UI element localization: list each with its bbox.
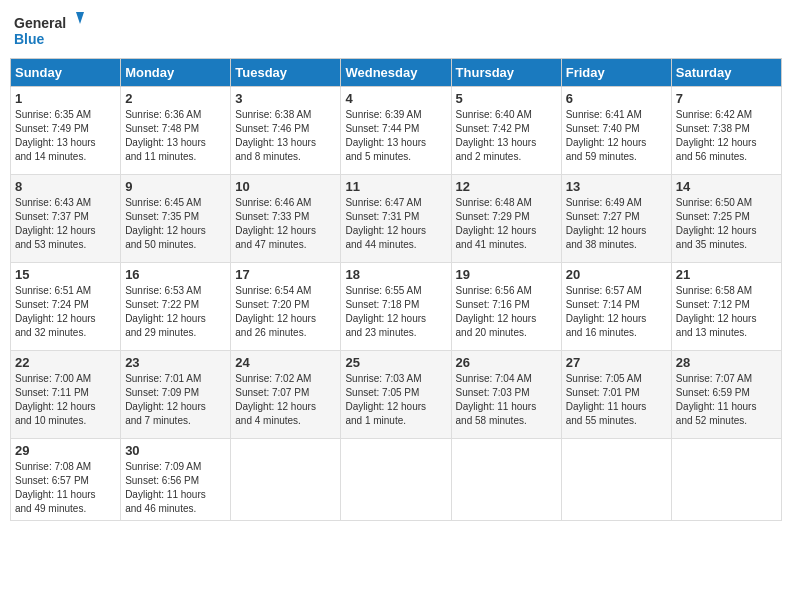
header-cell-sunday: Sunday	[11, 59, 121, 87]
calendar-cell: 29Sunrise: 7:08 AMSunset: 6:57 PMDayligh…	[11, 439, 121, 521]
calendar-cell: 2Sunrise: 6:36 AMSunset: 7:48 PMDaylight…	[121, 87, 231, 175]
header-cell-saturday: Saturday	[671, 59, 781, 87]
calendar-cell: 15Sunrise: 6:51 AMSunset: 7:24 PMDayligh…	[11, 263, 121, 351]
cell-text: Sunrise: 6:55 AMSunset: 7:18 PMDaylight:…	[345, 284, 446, 340]
cell-text: Sunrise: 6:50 AMSunset: 7:25 PMDaylight:…	[676, 196, 777, 252]
header-row: SundayMondayTuesdayWednesdayThursdayFrid…	[11, 59, 782, 87]
cell-text: Sunrise: 7:08 AMSunset: 6:57 PMDaylight:…	[15, 460, 116, 516]
calendar-cell: 12Sunrise: 6:48 AMSunset: 7:29 PMDayligh…	[451, 175, 561, 263]
calendar-body: 1Sunrise: 6:35 AMSunset: 7:49 PMDaylight…	[11, 87, 782, 521]
day-number: 27	[566, 355, 667, 370]
cell-text: Sunrise: 6:46 AMSunset: 7:33 PMDaylight:…	[235, 196, 336, 252]
cell-text: Sunrise: 6:58 AMSunset: 7:12 PMDaylight:…	[676, 284, 777, 340]
calendar-cell: 13Sunrise: 6:49 AMSunset: 7:27 PMDayligh…	[561, 175, 671, 263]
header-cell-monday: Monday	[121, 59, 231, 87]
calendar-cell: 20Sunrise: 6:57 AMSunset: 7:14 PMDayligh…	[561, 263, 671, 351]
header-cell-tuesday: Tuesday	[231, 59, 341, 87]
calendar-cell: 6Sunrise: 6:41 AMSunset: 7:40 PMDaylight…	[561, 87, 671, 175]
calendar-cell: 16Sunrise: 6:53 AMSunset: 7:22 PMDayligh…	[121, 263, 231, 351]
day-number: 21	[676, 267, 777, 282]
calendar-cell: 11Sunrise: 6:47 AMSunset: 7:31 PMDayligh…	[341, 175, 451, 263]
calendar-cell: 1Sunrise: 6:35 AMSunset: 7:49 PMDaylight…	[11, 87, 121, 175]
calendar-cell: 24Sunrise: 7:02 AMSunset: 7:07 PMDayligh…	[231, 351, 341, 439]
header-cell-friday: Friday	[561, 59, 671, 87]
day-number: 10	[235, 179, 336, 194]
cell-text: Sunrise: 7:04 AMSunset: 7:03 PMDaylight:…	[456, 372, 557, 428]
cell-text: Sunrise: 6:36 AMSunset: 7:48 PMDaylight:…	[125, 108, 226, 164]
calendar-cell: 18Sunrise: 6:55 AMSunset: 7:18 PMDayligh…	[341, 263, 451, 351]
calendar-cell: 23Sunrise: 7:01 AMSunset: 7:09 PMDayligh…	[121, 351, 231, 439]
week-row-1: 1Sunrise: 6:35 AMSunset: 7:49 PMDaylight…	[11, 87, 782, 175]
svg-text:Blue: Blue	[14, 31, 45, 47]
calendar-cell: 7Sunrise: 6:42 AMSunset: 7:38 PMDaylight…	[671, 87, 781, 175]
calendar-cell: 19Sunrise: 6:56 AMSunset: 7:16 PMDayligh…	[451, 263, 561, 351]
day-number: 24	[235, 355, 336, 370]
cell-text: Sunrise: 6:35 AMSunset: 7:49 PMDaylight:…	[15, 108, 116, 164]
svg-text:General: General	[14, 15, 66, 31]
cell-text: Sunrise: 6:56 AMSunset: 7:16 PMDaylight:…	[456, 284, 557, 340]
day-number: 4	[345, 91, 446, 106]
calendar-cell: 27Sunrise: 7:05 AMSunset: 7:01 PMDayligh…	[561, 351, 671, 439]
calendar-cell: 5Sunrise: 6:40 AMSunset: 7:42 PMDaylight…	[451, 87, 561, 175]
header-cell-thursday: Thursday	[451, 59, 561, 87]
cell-text: Sunrise: 6:39 AMSunset: 7:44 PMDaylight:…	[345, 108, 446, 164]
cell-text: Sunrise: 6:57 AMSunset: 7:14 PMDaylight:…	[566, 284, 667, 340]
day-number: 22	[15, 355, 116, 370]
cell-text: Sunrise: 7:05 AMSunset: 7:01 PMDaylight:…	[566, 372, 667, 428]
calendar-header: SundayMondayTuesdayWednesdayThursdayFrid…	[11, 59, 782, 87]
cell-text: Sunrise: 7:02 AMSunset: 7:07 PMDaylight:…	[235, 372, 336, 428]
day-number: 17	[235, 267, 336, 282]
cell-text: Sunrise: 6:49 AMSunset: 7:27 PMDaylight:…	[566, 196, 667, 252]
week-row-4: 22Sunrise: 7:00 AMSunset: 7:11 PMDayligh…	[11, 351, 782, 439]
cell-text: Sunrise: 6:47 AMSunset: 7:31 PMDaylight:…	[345, 196, 446, 252]
cell-text: Sunrise: 7:03 AMSunset: 7:05 PMDaylight:…	[345, 372, 446, 428]
day-number: 16	[125, 267, 226, 282]
calendar-cell: 10Sunrise: 6:46 AMSunset: 7:33 PMDayligh…	[231, 175, 341, 263]
week-row-3: 15Sunrise: 6:51 AMSunset: 7:24 PMDayligh…	[11, 263, 782, 351]
calendar-cell: 26Sunrise: 7:04 AMSunset: 7:03 PMDayligh…	[451, 351, 561, 439]
day-number: 15	[15, 267, 116, 282]
calendar-table: SundayMondayTuesdayWednesdayThursdayFrid…	[10, 58, 782, 521]
calendar-cell: 9Sunrise: 6:45 AMSunset: 7:35 PMDaylight…	[121, 175, 231, 263]
calendar-cell	[231, 439, 341, 521]
calendar-cell: 25Sunrise: 7:03 AMSunset: 7:05 PMDayligh…	[341, 351, 451, 439]
cell-text: Sunrise: 7:00 AMSunset: 7:11 PMDaylight:…	[15, 372, 116, 428]
day-number: 11	[345, 179, 446, 194]
day-number: 25	[345, 355, 446, 370]
day-number: 28	[676, 355, 777, 370]
week-row-5: 29Sunrise: 7:08 AMSunset: 6:57 PMDayligh…	[11, 439, 782, 521]
day-number: 29	[15, 443, 116, 458]
cell-text: Sunrise: 6:41 AMSunset: 7:40 PMDaylight:…	[566, 108, 667, 164]
cell-text: Sunrise: 6:53 AMSunset: 7:22 PMDaylight:…	[125, 284, 226, 340]
day-number: 12	[456, 179, 557, 194]
cell-text: Sunrise: 7:09 AMSunset: 6:56 PMDaylight:…	[125, 460, 226, 516]
cell-text: Sunrise: 6:38 AMSunset: 7:46 PMDaylight:…	[235, 108, 336, 164]
svg-marker-2	[76, 12, 84, 24]
cell-text: Sunrise: 6:45 AMSunset: 7:35 PMDaylight:…	[125, 196, 226, 252]
day-number: 23	[125, 355, 226, 370]
cell-text: Sunrise: 6:40 AMSunset: 7:42 PMDaylight:…	[456, 108, 557, 164]
calendar-cell: 17Sunrise: 6:54 AMSunset: 7:20 PMDayligh…	[231, 263, 341, 351]
day-number: 1	[15, 91, 116, 106]
day-number: 8	[15, 179, 116, 194]
calendar-cell	[451, 439, 561, 521]
calendar-cell: 22Sunrise: 7:00 AMSunset: 7:11 PMDayligh…	[11, 351, 121, 439]
calendar-cell	[341, 439, 451, 521]
page-header: General Blue	[10, 10, 782, 50]
cell-text: Sunrise: 6:43 AMSunset: 7:37 PMDaylight:…	[15, 196, 116, 252]
day-number: 20	[566, 267, 667, 282]
cell-text: Sunrise: 6:42 AMSunset: 7:38 PMDaylight:…	[676, 108, 777, 164]
calendar-cell	[671, 439, 781, 521]
calendar-cell: 21Sunrise: 6:58 AMSunset: 7:12 PMDayligh…	[671, 263, 781, 351]
day-number: 3	[235, 91, 336, 106]
day-number: 18	[345, 267, 446, 282]
day-number: 26	[456, 355, 557, 370]
day-number: 13	[566, 179, 667, 194]
day-number: 14	[676, 179, 777, 194]
logo: General Blue	[14, 10, 84, 50]
day-number: 2	[125, 91, 226, 106]
day-number: 6	[566, 91, 667, 106]
cell-text: Sunrise: 6:51 AMSunset: 7:24 PMDaylight:…	[15, 284, 116, 340]
calendar-cell: 30Sunrise: 7:09 AMSunset: 6:56 PMDayligh…	[121, 439, 231, 521]
cell-text: Sunrise: 7:01 AMSunset: 7:09 PMDaylight:…	[125, 372, 226, 428]
